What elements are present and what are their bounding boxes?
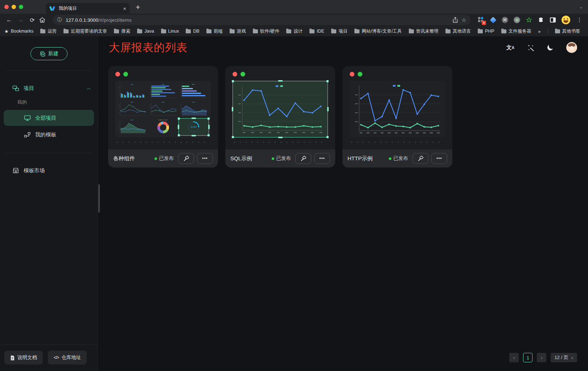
bookmark-folder[interactable]: PHP [478,29,494,34]
mini-gauge-chart-selected: 25.00% [179,119,209,135]
back-button[interactable]: ← [4,17,14,23]
site-info-icon[interactable]: ⓘ [57,17,62,23]
bookmarks-overflow-chevron[interactable]: » [538,29,540,34]
user-avatar[interactable] [566,42,577,53]
green-dot-icon [123,72,128,77]
reload-button[interactable]: ⟳ [28,17,37,24]
folder-icon [409,29,414,33]
card-window-dots [342,66,452,77]
bookmark-folder[interactable]: 资讯未整理 [409,28,439,34]
card-preview-selected[interactable] [233,81,328,137]
sidebar-item-all-projects[interactable]: 全部项目 [4,110,94,126]
screens-icon [12,85,19,91]
card-preview[interactable] [350,81,445,137]
repo-button[interactable]: </> 仓库地址 [48,351,87,364]
svg-text:25.00%: 25.00% [190,126,197,128]
folder-icon [286,29,291,33]
bookmark-folder[interactable]: 设计 [286,28,303,34]
bookmark-folder[interactable]: 游戏 [230,28,246,34]
gem-extension-icon[interactable] [490,17,496,23]
folder-icon [230,29,235,33]
star-icon: ★ [4,29,9,34]
bookmark-folder[interactable]: 近期需要读的文章 [63,28,107,34]
browser-menu-icon[interactable]: ⋮ [575,17,584,23]
bookmark-folder[interactable]: 网站/博客/文章/工具 [354,28,402,34]
next-page-button[interactable]: › [537,353,546,362]
forward-button[interactable]: → [16,17,25,23]
maximize-window-button[interactable] [19,5,23,9]
goview-favicon-icon [49,5,55,12]
card-preview[interactable]: 25.00% [115,81,211,137]
page-title: 大屏报表的列表 [109,40,188,55]
home-button[interactable] [39,17,49,23]
other-bookmarks[interactable]: 其他书签 [555,28,580,34]
bookmark-star-icon[interactable]: ☆ [461,17,466,23]
new-project-button[interactable]: 新建 [30,47,67,60]
close-window-button[interactable] [4,5,9,9]
sidebar-group-projects[interactable]: 项目 ︿ [0,81,98,95]
bookmark-folder[interactable]: Java [137,29,154,34]
side-panel-icon[interactable] [550,17,556,23]
traffic-lights [0,5,28,9]
edit-hammer-button[interactable] [178,153,194,164]
bookmark-folder[interactable]: 其他语言 [445,28,471,34]
scrollbar-thumb[interactable] [98,184,100,213]
more-actions-button[interactable]: ••• [431,153,447,164]
bookmark-folder[interactable]: 文件服务器 [501,28,531,34]
profile-avatar-icon[interactable] [562,16,570,24]
url-text[interactable]: 127.0.0.1:3000/#/project/items [66,17,132,23]
dark-mode-moon-icon[interactable] [547,45,553,50]
bookmark-folder[interactable]: DB [186,29,199,34]
edit-hammer-button[interactable] [412,153,428,164]
bookmark-folder[interactable]: 搜索 [114,28,130,34]
browser-toolbar: ← → ⟳ ⓘ 127.0.0.1:3000/#/project/items ☆… [0,14,588,26]
mini-bar-chart [118,83,147,99]
mini-hbar-chart [149,83,178,99]
magic-wand-icon[interactable] [527,44,534,51]
green-star-extension-icon[interactable] [526,17,532,23]
current-page-button[interactable]: 1 [523,353,533,362]
grid-extension-icon[interactable]: 9 [478,17,484,23]
app-root: 新建 项目 ︿ 我的 全部项目 我的模板 [0,36,588,371]
status-dot-icon [272,157,274,160]
docs-button[interactable]: 说明文档 [4,351,43,364]
page-size-select[interactable]: 12 / 页 ∨ [551,353,577,362]
more-actions-button[interactable]: ••• [314,153,330,164]
bookmark-folder[interactable]: IDE [309,29,324,34]
chevron-up-icon[interactable]: ︿ [87,85,91,91]
sidebar-item-my-templates[interactable]: 我的模板 [4,127,94,143]
flow-template-icon [24,132,31,138]
share-icon[interactable] [453,17,458,23]
mini-line-chart [149,101,178,117]
bookmark-folder[interactable]: 前端 [206,28,223,34]
tab-search-chevron-icon[interactable]: ⌄ [579,4,583,9]
page-header: 大屏报表的列表 文A [98,36,588,59]
sidebar-item-template-market[interactable]: 模板市场 [0,163,98,178]
prev-page-button[interactable]: ‹ [509,353,519,362]
bookmarks-root[interactable]: ★ Bookmarks [4,29,33,34]
project-card[interactable]: HTTP示例 已发布 ••• [342,66,452,168]
bookmark-folder[interactable]: 运营 [40,28,57,34]
translate-icon[interactable]: 文A [506,44,514,51]
bookmark-folder[interactable]: 软件/硬件 [253,28,279,34]
more-actions-button[interactable]: ••• [197,153,213,164]
sidebar-divider [6,70,92,71]
new-tab-button[interactable]: + [136,3,140,11]
bookmark-folder[interactable]: Linux [161,29,179,34]
sidebar-footer: 说明文档 </> 仓库地址 [0,345,98,371]
address-bar[interactable]: ⓘ 127.0.0.1:3000/#/project/items ☆ [53,15,470,25]
mini-area-chart [118,119,147,135]
recorder-extension-icon[interactable] [514,17,520,23]
project-card[interactable]: SQL示例 已发布 ••• [225,66,335,168]
edit-hammer-button[interactable] [295,153,311,164]
project-card[interactable]: 25.00% 各种组件 已发布 ••• [108,66,218,168]
bookmark-folder[interactable]: 项目 [331,28,348,34]
command-extension-icon[interactable]: ⌘ [502,17,508,23]
minimize-window-button[interactable] [12,5,16,9]
tab-close-icon[interactable]: × [123,6,126,11]
browser-tab[interactable]: 我的项目 × [46,3,130,14]
mini-line-chart [118,101,147,117]
pagination: ‹ 1 › 12 / 页 ∨ [509,353,577,362]
folder-icon [114,29,119,33]
extensions-puzzle-icon[interactable] [538,17,544,23]
